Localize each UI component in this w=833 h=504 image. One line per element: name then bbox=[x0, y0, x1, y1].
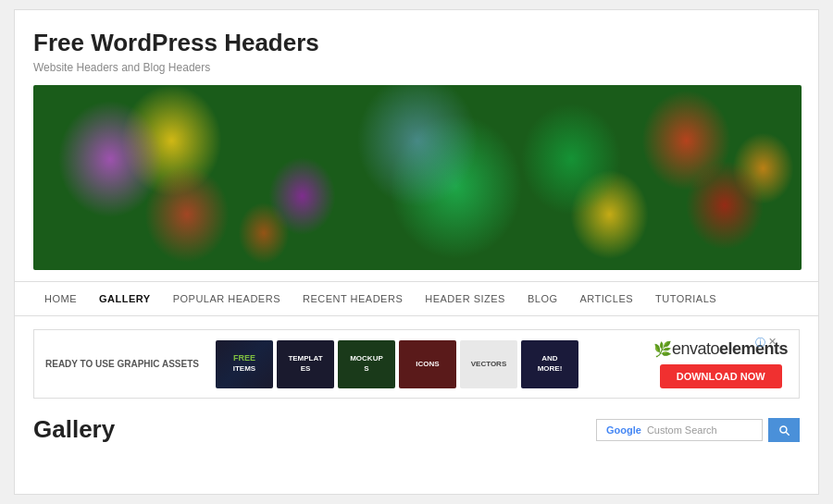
ad-close-icon[interactable]: ✕ bbox=[768, 336, 777, 348]
ad-item-free[interactable]: FREE ITEMS bbox=[216, 340, 273, 388]
download-now-button[interactable]: DOWNLOAD NOW bbox=[660, 364, 782, 388]
ad-item-icons[interactable]: ICONS bbox=[399, 340, 456, 388]
search-placeholder: Custom Search bbox=[647, 424, 717, 436]
envato-leaf-icon: 🌿 bbox=[653, 341, 672, 357]
header-section: Free WordPress Headers Website Headers a… bbox=[15, 10, 818, 85]
nav-item-recent-headers[interactable]: RECENT HEADERS bbox=[292, 282, 414, 315]
ad-item-more[interactable]: ANDMORE! bbox=[521, 340, 578, 388]
nav-item-popular-headers[interactable]: POPULAR HEADERS bbox=[162, 282, 292, 315]
ad-item-templates[interactable]: TEMPLATES bbox=[277, 340, 334, 388]
page-wrapper: Free WordPress Headers Website Headers a… bbox=[14, 9, 819, 495]
gallery-section: Gallery Google Custom Search bbox=[15, 399, 818, 444]
nav-item-home[interactable]: HOME bbox=[33, 282, 88, 315]
ad-label: READY TO USE GRAPHIC ASSETS bbox=[45, 359, 199, 369]
nav-item-articles[interactable]: ARTICLES bbox=[569, 282, 645, 315]
ad-item-mockups[interactable]: MOCKUPS bbox=[338, 340, 395, 388]
nav-item-header-sizes[interactable]: HEADER SIZES bbox=[414, 282, 516, 315]
search-button[interactable] bbox=[768, 418, 800, 442]
nav-bar: HOME GALLERY POPULAR HEADERS RECENT HEAD… bbox=[15, 281, 818, 316]
search-area: Google Custom Search bbox=[596, 418, 800, 442]
nav-item-blog[interactable]: BLOG bbox=[516, 282, 569, 315]
gallery-title: Gallery bbox=[33, 415, 115, 444]
ad-items: FREE ITEMS TEMPLATES MOCKUPS ICONS VECTO… bbox=[216, 340, 578, 388]
search-icon bbox=[777, 424, 790, 436]
hero-image-inner bbox=[33, 85, 802, 270]
hero-image bbox=[33, 85, 802, 270]
google-label: Google bbox=[606, 424, 641, 436]
ad-banner: ⓘ ✕ READY TO USE GRAPHIC ASSETS FREE ITE… bbox=[33, 329, 800, 399]
site-subtitle: Website Headers and Blog Headers bbox=[33, 61, 800, 74]
nav-item-gallery[interactable]: GALLERY bbox=[88, 282, 162, 315]
site-title: Free WordPress Headers bbox=[33, 29, 800, 57]
ad-item-vectors[interactable]: VECTORS bbox=[460, 340, 517, 388]
search-box[interactable]: Google Custom Search bbox=[596, 419, 763, 441]
ad-info-icon[interactable]: ⓘ bbox=[755, 336, 765, 350]
nav-item-tutorials[interactable]: TUTORIALS bbox=[644, 282, 727, 315]
